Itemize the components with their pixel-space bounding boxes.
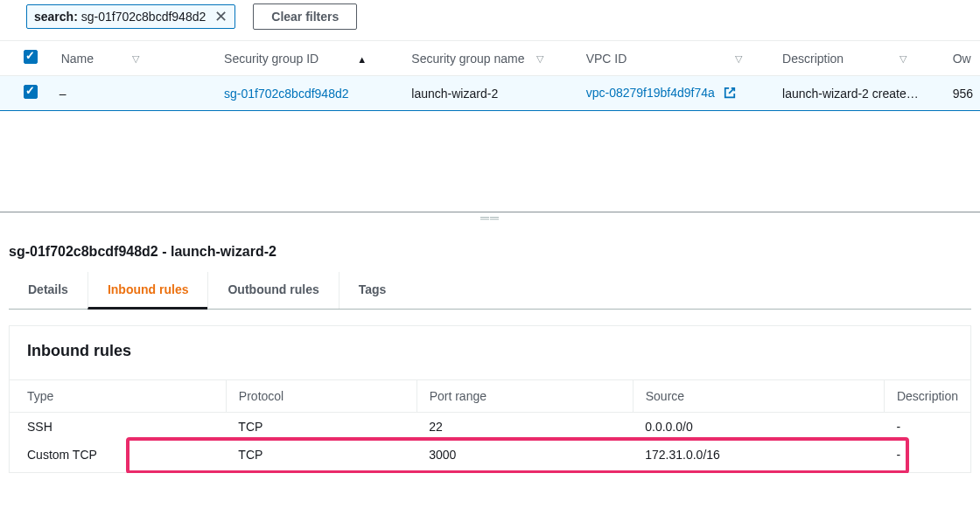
rules-header-protocol[interactable]: Protocol <box>226 380 416 413</box>
rule-type: SSH <box>10 413 226 442</box>
tab-inbound-rules[interactable]: Inbound rules <box>88 272 208 310</box>
col-label-desc: Description <box>782 52 844 66</box>
tab-tags[interactable]: Tags <box>339 272 406 309</box>
rule-source: 172.31.0.0/16 <box>633 441 884 469</box>
triangle-down-icon: ▽ <box>900 53 906 65</box>
col-label-sgname: Security group name <box>411 52 524 66</box>
inbound-rules-panel: Inbound rules Type Protocol Port range S… <box>9 325 971 473</box>
rule-description-text: - <box>896 448 900 462</box>
triangle-down-icon: ▽ <box>536 53 543 65</box>
rule-row-highlighted: Custom TCP TCP 3000 172.31.0.0/16 - <box>10 441 970 469</box>
triangle-down-icon: ▽ <box>735 53 742 65</box>
inbound-rules-table: Type Protocol Port range Source Descript… <box>10 379 970 469</box>
row-checkbox[interactable] <box>24 85 38 99</box>
header-sg-id[interactable]: Security group ID ▲ <box>217 41 404 76</box>
header-checkbox-col <box>0 41 52 76</box>
triangle-up-icon: ▲ <box>357 54 367 65</box>
header-vpc-id[interactable]: VPC ID ▽ <box>579 41 775 76</box>
filter-value: sg-01f702c8bcdf948d2 <box>81 10 206 24</box>
cell-name: – <box>52 76 217 111</box>
filter-tag[interactable]: search: sg-01f702c8bcdf948d2 ✕ <box>26 4 235 29</box>
detail-title: sg-01f702c8bcdf948d2 - launch-wizard-2 <box>0 223 980 272</box>
rule-protocol: TCP <box>226 441 416 469</box>
split-handle[interactable]: ══ <box>0 212 980 223</box>
rule-port-range: 3000 <box>416 441 633 469</box>
col-label-sgid: Security group ID <box>224 52 318 66</box>
header-description[interactable]: Description ▽ <box>775 41 946 76</box>
rules-header-source[interactable]: Source <box>633 380 884 413</box>
rule-protocol: TCP <box>226 413 416 442</box>
col-label-owner: Ow <box>953 52 971 66</box>
security-groups-table: Name ▽ Security group ID ▲ Security grou… <box>0 40 980 111</box>
rules-header-type[interactable]: Type <box>10 380 226 413</box>
panel-title: Inbound rules <box>10 326 970 379</box>
rule-description: - <box>884 441 970 469</box>
rules-header-description[interactable]: Description <box>884 380 970 413</box>
tab-details[interactable]: Details <box>9 272 88 309</box>
rule-port-range: 22 <box>416 413 633 442</box>
rule-source: 0.0.0.0/0 <box>633 413 884 442</box>
table-row[interactable]: – sg-01f702c8bcdf948d2 launch-wizard-2 v… <box>0 76 980 111</box>
cell-owner: 956 <box>946 76 980 111</box>
filter-label: search: <box>34 10 78 24</box>
rule-description: - <box>884 413 970 442</box>
cell-sg-name: launch-wizard-2 <box>404 76 578 111</box>
rules-header-port-range[interactable]: Port range <box>416 380 633 413</box>
tab-outbound-rules[interactable]: Outbound rules <box>207 272 338 309</box>
triangle-down-icon: ▽ <box>132 53 139 65</box>
header-name[interactable]: Name ▽ <box>52 41 217 76</box>
external-link-icon[interactable] <box>724 87 736 101</box>
clear-filters-button[interactable]: Clear filters <box>253 3 357 30</box>
col-label-name: Name <box>61 52 94 66</box>
header-sg-name[interactable]: Security group name ▽ <box>404 41 578 76</box>
tabs: Details Inbound rules Outbound rules Tag… <box>9 272 971 310</box>
cell-description: launch-wizard-2 create… <box>775 76 946 111</box>
rule-source-text: 172.31.0.0/16 <box>645 448 720 462</box>
col-label-vpcid: VPC ID <box>586 52 627 66</box>
rule-row: SSH TCP 22 0.0.0.0/0 - <box>10 413 970 442</box>
close-icon[interactable]: ✕ <box>214 9 228 24</box>
vpc-id-link[interactable]: vpc-08279f19bf4d9f74a <box>586 86 715 100</box>
select-all-checkbox[interactable] <box>24 50 38 64</box>
rule-type: Custom TCP <box>10 441 226 469</box>
header-owner[interactable]: Ow <box>946 41 980 76</box>
sg-id-link[interactable]: sg-01f702c8bcdf948d2 <box>224 87 348 101</box>
